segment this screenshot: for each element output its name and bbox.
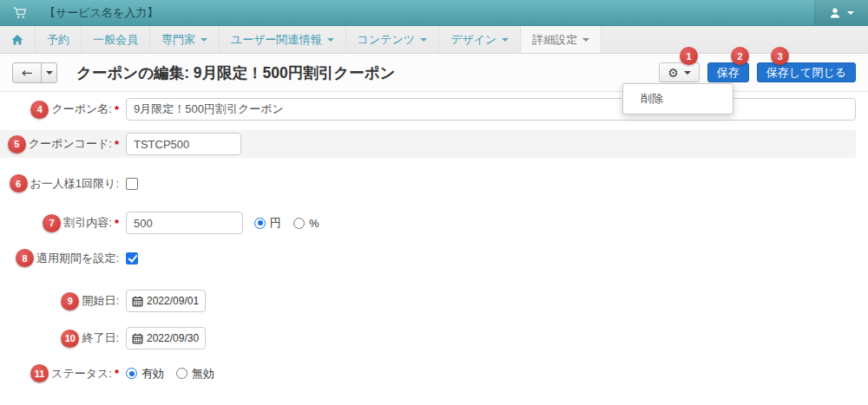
chevron-down-icon: [684, 71, 691, 75]
coupon-code-input[interactable]: [126, 133, 241, 155]
nav-item-contents[interactable]: コンテンツ: [346, 26, 440, 53]
cart-icon[interactable]: [0, 6, 44, 20]
chevron-down-icon: [582, 38, 589, 42]
annotation-badge-9: 9: [61, 292, 79, 310]
radio-inactive[interactable]: [176, 368, 187, 379]
topbar: 【サービス名を入力】: [0, 0, 868, 26]
annotation-badge-4: 4: [30, 101, 49, 119]
chevron-down-icon: [420, 38, 427, 42]
unit-yen-option[interactable]: 円: [254, 215, 281, 231]
nav-label: デザイン: [450, 32, 496, 48]
coupon-name-label: 4 クーポン名:*: [0, 101, 126, 119]
nav-item-user-related-info[interactable]: ユーザー関連情報: [220, 26, 346, 53]
start-date-label: 9 開始日:: [0, 292, 126, 310]
gear-icon: ⚙: [667, 67, 679, 79]
nav-item-design[interactable]: デザイン: [439, 26, 521, 53]
radio-label: 有効: [141, 366, 164, 382]
coupon-code-row: 5 クーポンコード:*: [0, 130, 856, 158]
once-per-person-checkbox[interactable]: [126, 178, 138, 190]
calendar-icon: [132, 333, 143, 344]
nav-label: 予約: [47, 32, 69, 48]
discount-amount-input[interactable]: [126, 212, 243, 234]
set-period-checkbox[interactable]: [126, 252, 138, 265]
field-label: 割引内容:: [63, 215, 112, 231]
radio-active[interactable]: [126, 368, 137, 379]
nav-item-reservation[interactable]: 予約: [36, 26, 82, 53]
annotation-badge-7: 7: [43, 214, 61, 232]
discount-unit-group: 円 %: [254, 215, 319, 231]
back-button-group: ←: [12, 62, 57, 83]
chevron-down-icon: [847, 11, 854, 15]
once-per-person-row: 6 お一人様1回限り:: [0, 174, 856, 193]
required-asterisk: *: [115, 217, 119, 230]
nav-label: 詳細設定: [532, 32, 577, 48]
required-asterisk: *: [115, 103, 119, 116]
gear-dropdown-menu: 削除: [622, 83, 733, 114]
back-dropdown-button[interactable]: [41, 62, 57, 83]
status-row: 11 ステータス:* 有効 無効: [0, 364, 856, 382]
field-label: ステータス:: [51, 366, 112, 382]
nav-label: 専門家: [161, 32, 195, 48]
chevron-down-icon: [327, 38, 334, 42]
field-label: クーポン名:: [51, 101, 112, 117]
header-actions: ⚙ 保存 保存して閉じる: [659, 62, 856, 82]
radio-yen[interactable]: [254, 218, 266, 229]
start-date-value: 2022/09/01: [147, 295, 199, 307]
radio-label: %: [309, 217, 319, 230]
annotation-badge-6: 6: [10, 174, 28, 193]
coupon-name-input[interactable]: [126, 98, 856, 121]
nav-home[interactable]: [0, 26, 36, 53]
required-asterisk: *: [115, 367, 119, 380]
annotation-badge-10: 10: [61, 330, 79, 348]
radio-percent[interactable]: [293, 218, 305, 229]
field-label: 終了日:: [82, 330, 119, 346]
annotation-badge-3: 3: [771, 47, 789, 65]
once-per-person-label: 6 お一人様1回限り:: [0, 174, 126, 193]
nav-item-general-members[interactable]: 一般会員: [82, 26, 150, 53]
field-label: 適用期間を設定:: [36, 251, 119, 266]
set-period-label: 8 適用期間を設定:: [0, 249, 126, 267]
end-date-label: 10 終了日:: [0, 330, 126, 348]
unit-percent-option[interactable]: %: [293, 217, 319, 230]
page-title: クーポンの編集: 9月限定！500円割引クーポン: [76, 62, 396, 83]
back-button[interactable]: ←: [12, 62, 42, 83]
discount-row: 7 割引内容:* 円 %: [0, 212, 856, 234]
radio-label: 円: [270, 215, 281, 231]
annotation-badge-1: 1: [680, 47, 698, 65]
discount-label: 7 割引内容:*: [0, 214, 126, 232]
status-inactive-option[interactable]: 無効: [176, 366, 214, 382]
coupon-edit-form: 4 クーポン名:* 5 クーポンコード:* 6 お一人様1回限り: 7 割引内容…: [0, 92, 868, 382]
status-active-option[interactable]: 有効: [126, 366, 164, 382]
nav-label: ユーザー関連情報: [231, 32, 322, 48]
user-menu-button[interactable]: [814, 0, 868, 25]
gear-menu-button[interactable]: ⚙: [659, 62, 700, 82]
chevron-down-icon: [46, 71, 53, 75]
radio-label: 無効: [192, 366, 214, 382]
required-asterisk: *: [115, 138, 119, 151]
end-date-value: 2022/09/30: [147, 332, 199, 344]
nav-item-advanced-settings[interactable]: 詳細設定: [521, 26, 602, 53]
chevron-down-icon: [502, 38, 509, 42]
end-date-row: 10 終了日: 2022/09/30: [0, 327, 856, 349]
field-label: 開始日:: [82, 293, 119, 309]
nav-label: コンテンツ: [358, 32, 416, 48]
calendar-icon: [132, 296, 143, 307]
annotation-badge-8: 8: [16, 249, 34, 267]
annotation-badge-11: 11: [30, 364, 49, 382]
start-date-input[interactable]: 2022/09/01: [126, 290, 206, 312]
status-label: 11 ステータス:*: [0, 364, 126, 382]
annotation-badge-2: 2: [731, 47, 749, 65]
start-date-row: 9 開始日: 2022/09/01: [0, 290, 856, 312]
nav-item-experts[interactable]: 専門家: [150, 26, 220, 53]
user-icon: [829, 7, 841, 19]
save-and-close-button[interactable]: 保存して閉じる: [757, 62, 856, 82]
chevron-down-icon: [201, 38, 207, 42]
home-icon: [11, 34, 23, 46]
service-name-title: 【サービス名を入力】: [44, 5, 158, 21]
field-label: クーポンコード:: [29, 136, 112, 152]
menu-item-delete[interactable]: 削除: [623, 88, 733, 110]
end-date-input[interactable]: 2022/09/30: [126, 327, 206, 349]
save-button[interactable]: 保存: [707, 62, 749, 82]
coupon-code-label: 5 クーポンコード:*: [0, 135, 126, 154]
nav-label: 一般会員: [93, 32, 138, 48]
